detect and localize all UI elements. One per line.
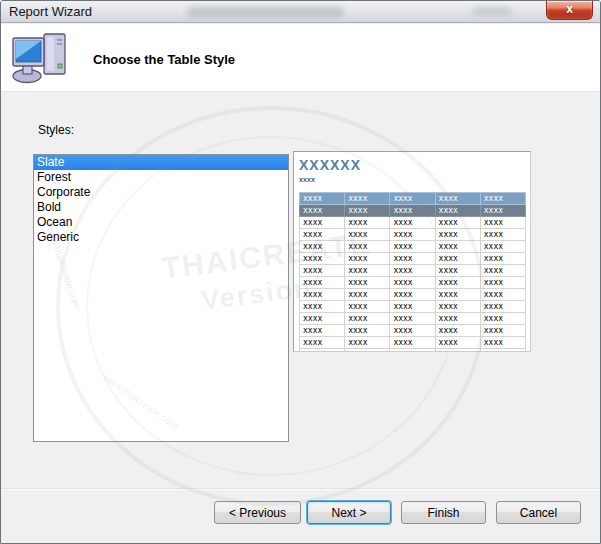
computer-icon [11, 28, 71, 90]
preview-cell: xxxx [480, 277, 525, 289]
style-option-slate[interactable]: Slate [34, 155, 288, 170]
styles-listbox[interactable]: SlateForestCorporateBoldOceanGeneric [33, 154, 289, 442]
preview-cell: xxxx [390, 265, 435, 277]
preview-cell: xxxx [345, 241, 390, 253]
preview-cell: xxxx [390, 217, 435, 229]
preview-cell: xxxx [300, 193, 345, 205]
preview-cell: xxxx [345, 349, 390, 353]
preview-cell: xxxx [435, 313, 480, 325]
preview-cell: xxxx [435, 241, 480, 253]
preview-cell: xxxx [480, 337, 525, 349]
window-title: Report Wizard [9, 4, 92, 19]
preview-cell: xxxx [390, 277, 435, 289]
wizard-header: Choose the Table Style [1, 24, 600, 92]
preview-cell: xxxx [480, 253, 525, 265]
style-option-ocean[interactable]: Ocean [34, 215, 288, 230]
preview-cell: xxxx [435, 193, 480, 205]
preview-cell: xxxx [390, 289, 435, 301]
titlebar[interactable]: Report Wizard x [1, 1, 600, 23]
preview-cell: xxxx [435, 289, 480, 301]
preview-cell: xxxx [390, 241, 435, 253]
preview-cell: xxxx [435, 217, 480, 229]
report-wizard-window: Report Wizard x [0, 0, 601, 544]
preview-cell: xxxx [300, 205, 345, 217]
preview-cell: xxxx [480, 325, 525, 337]
preview-table-row: xxxxxxxxxxxxxxxxxxxx [300, 253, 526, 265]
preview-cell: xxxx [300, 301, 345, 313]
preview-report-title: XXXXXX [299, 158, 526, 173]
redacted-text [473, 7, 511, 15]
preview-table-row: xxxxxxxxxxxxxxxxxxxx [300, 325, 526, 337]
preview-cell: xxxx [300, 337, 345, 349]
preview-cell: xxxx [300, 289, 345, 301]
preview-table: xxxxxxxxxxxxxxxxxxxxxxxxxxxxxxxxxxxxxxxx… [299, 192, 526, 352]
preview-cell: xxxx [435, 253, 480, 265]
preview-table-row: xxxxxxxxxxxxxxxxxxxx [300, 313, 526, 325]
preview-cell: xxxx [300, 277, 345, 289]
styles-label: Styles: [38, 123, 74, 137]
preview-cell: xxxx [300, 217, 345, 229]
preview-cell: xxxx [435, 265, 480, 277]
style-option-bold[interactable]: Bold [34, 200, 288, 215]
preview-cell: xxxx [345, 193, 390, 205]
preview-cell: xxxx [480, 265, 525, 277]
style-option-forest[interactable]: Forest [34, 170, 288, 185]
previous-button[interactable]: < Previous [214, 501, 301, 524]
close-icon: x [566, 2, 573, 16]
preview-cell: xxxx [390, 337, 435, 349]
preview-cell: xxxx [300, 229, 345, 241]
preview-cell: xxxx [345, 325, 390, 337]
preview-cell: xxxx [300, 241, 345, 253]
preview-table-row: xxxxxxxxxxxxxxxxxxxx [300, 265, 526, 277]
page-title: Choose the Table Style [93, 52, 235, 67]
preview-cell: xxxx [390, 229, 435, 241]
preview-table-row: xxxxxxxxxxxxxxxxxxxx [300, 241, 526, 253]
preview-cell: xxxx [480, 301, 525, 313]
preview-cell: xxxx [480, 229, 525, 241]
preview-table-row: xxxxxxxxxxxxxxxxxxxx [300, 349, 526, 353]
preview-cell: xxxx [345, 265, 390, 277]
next-button[interactable]: Next > [307, 501, 391, 524]
preview-cell: xxxx [480, 193, 525, 205]
preview-cell: xxxx [345, 277, 390, 289]
preview-cell: xxxx [345, 313, 390, 325]
preview-cell: xxxx [390, 301, 435, 313]
preview-cell: xxxx [480, 349, 525, 353]
preview-cell: xxxx [345, 217, 390, 229]
preview-table-row: xxxxxxxxxxxxxxxxxxxx [300, 337, 526, 349]
preview-cell: xxxx [300, 253, 345, 265]
preview-cell: xxxx [390, 313, 435, 325]
preview-cell: xxxx [435, 229, 480, 241]
finish-button[interactable]: Finish [401, 501, 486, 524]
preview-cell: xxxx [435, 349, 480, 353]
close-button[interactable]: x [546, 1, 593, 20]
preview-cell: xxxx [390, 193, 435, 205]
preview-cell: xxxx [390, 205, 435, 217]
preview-table-row: xxxxxxxxxxxxxxxxxxxx [300, 217, 526, 229]
preview-cell: xxxx [345, 337, 390, 349]
preview-cell: xxxx [345, 301, 390, 313]
preview-cell: xxxx [345, 289, 390, 301]
preview-cell: xxxx [390, 325, 435, 337]
preview-cell: xxxx [435, 205, 480, 217]
preview-cell: xxxx [480, 241, 525, 253]
style-option-corporate[interactable]: Corporate [34, 185, 288, 200]
preview-cell: xxxx [435, 325, 480, 337]
preview-cell: xxxx [300, 265, 345, 277]
preview-table-row: xxxxxxxxxxxxxxxxxxxx [300, 193, 526, 205]
preview-cell: xxxx [345, 205, 390, 217]
preview-cell: xxxx [390, 349, 435, 353]
preview-cell: xxxx [300, 313, 345, 325]
preview-cell: xxxx [390, 253, 435, 265]
preview-cell: xxxx [435, 337, 480, 349]
preview-table-row: xxxxxxxxxxxxxxxxxxxx [300, 301, 526, 313]
preview-cell: xxxx [345, 253, 390, 265]
cancel-button[interactable]: Cancel [496, 501, 581, 524]
redacted-text [188, 7, 343, 17]
preview-cell: xxxx [300, 349, 345, 353]
preview-table-row: xxxxxxxxxxxxxxxxxxxx [300, 229, 526, 241]
style-option-generic[interactable]: Generic [34, 230, 288, 245]
preview-cell: xxxx [480, 313, 525, 325]
preview-cell: xxxx [300, 325, 345, 337]
preview-table-row: xxxxxxxxxxxxxxxxxxxx [300, 205, 526, 217]
